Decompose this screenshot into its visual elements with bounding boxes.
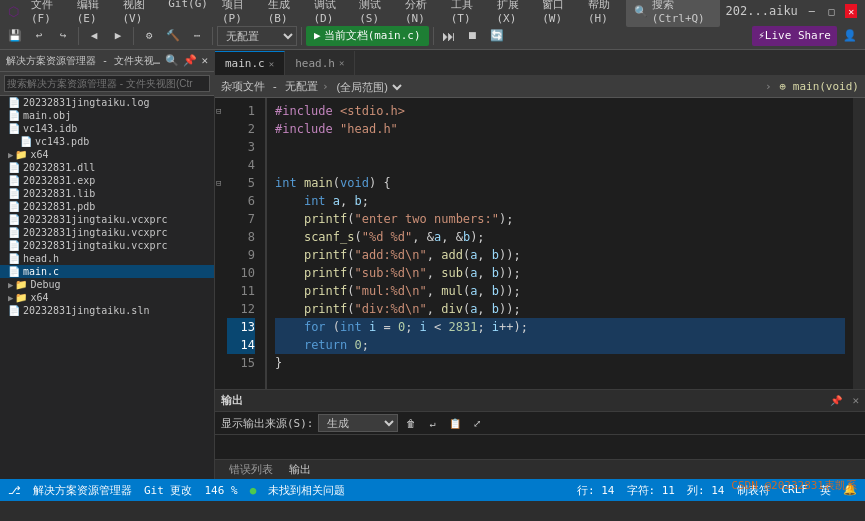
close-button[interactable]: ✕ xyxy=(845,4,857,18)
output-wrap-icon[interactable]: ↵ xyxy=(424,414,442,432)
menu-help[interactable]: 帮助(H) xyxy=(582,0,626,27)
output-source-label: 显示输出来源(S): xyxy=(221,416,314,431)
output-pin-icon[interactable]: 📌 xyxy=(830,395,842,406)
toolbar-back-icon[interactable]: ◀ xyxy=(83,25,105,47)
function-dropdown[interactable]: ⊕ main(void) xyxy=(780,80,859,93)
code-line-11: printf("mul:%d\n", mul(a, b)); xyxy=(275,282,845,300)
tree-item-main-obj[interactable]: 📄 main.obj xyxy=(0,109,214,122)
menu-test[interactable]: 测试(S) xyxy=(353,0,397,27)
menu-bar[interactable]: 文件(F) 编辑(E) 视图(V) Git(G) 项目(P) 生成(B) 调试(… xyxy=(25,0,626,27)
tree-item-vc143-idb[interactable]: 📄 vc143.idb xyxy=(0,122,214,135)
main-layout: 解决方案资源管理器 - 文件夹视图 🔍 📌 ✕ 📄 20232831jingta… xyxy=(0,50,865,479)
minimize-button[interactable]: ─ xyxy=(806,4,818,18)
separator-2 xyxy=(133,27,134,45)
git-changes-label[interactable]: Git 更改 xyxy=(144,483,193,498)
menu-debug[interactable]: 调试(D) xyxy=(308,0,352,27)
run-button[interactable]: ▶ 当前文档(main.c) xyxy=(306,26,429,46)
tree-item-head-h[interactable]: 📄 head.h xyxy=(0,252,214,265)
tree-item-pdb[interactable]: 📄 20232831.pdb xyxy=(0,200,214,213)
cursor-line[interactable]: 行: 14 xyxy=(577,483,615,498)
tree-item-vcxproj2[interactable]: 📄 20232831jingtaiku.vcxprc xyxy=(0,226,214,239)
menu-build[interactable]: 生成(B) xyxy=(262,0,306,27)
cursor-col[interactable]: 字符: 11 xyxy=(627,483,676,498)
search-box[interactable]: 🔍 搜索(Ctrl+Q) xyxy=(626,0,720,27)
toolbar-restart-icon[interactable]: 🔄 xyxy=(486,25,508,47)
menu-view[interactable]: 视图(V) xyxy=(117,0,161,27)
toolbar-step-icon[interactable]: ⏭ xyxy=(438,25,460,47)
toolbar-profile-icon[interactable]: 👤 xyxy=(839,25,861,47)
fold-marker-5[interactable]: ⊟ xyxy=(216,174,221,192)
toolbar-redo-icon[interactable]: ↪ xyxy=(52,25,74,47)
output-toolbar: 显示输出来源(S): 生成 🗑 ↵ 📋 ⤢ xyxy=(215,412,865,435)
file-icon: 📄 xyxy=(8,97,20,108)
code-line-2: #include "head.h" xyxy=(275,120,845,138)
tree-item-x64-1[interactable]: ▶ 📁 x64 xyxy=(0,148,214,161)
solution-label[interactable]: 解决方案资源管理器 xyxy=(33,483,132,498)
menu-git[interactable]: Git(G) xyxy=(162,0,214,27)
tree-item-debug[interactable]: ▶ 📁 Debug xyxy=(0,278,214,291)
fold-marker-1[interactable]: ⊟ xyxy=(216,102,221,120)
output-source-dropdown[interactable]: 生成 xyxy=(318,414,398,432)
breadcrumb-file: 杂项文件 - 无配置 xyxy=(221,79,318,94)
toolbar-stop-icon[interactable]: ⏹ xyxy=(462,25,484,47)
tree-item-vcxproj3[interactable]: 📄 20232831jingtaiku.vcxprc xyxy=(0,239,214,252)
run-label: 当前文档(main.c) xyxy=(324,28,421,43)
tree-item-dll[interactable]: 📄 20232831.dll xyxy=(0,161,214,174)
menu-project[interactable]: 项目(P) xyxy=(216,0,260,27)
tab-close-head-h[interactable]: ✕ xyxy=(339,58,344,68)
code-editor[interactable]: #include <stdio.h> #include "head.h" int… xyxy=(267,98,853,389)
sidebar-search-icon[interactable]: 🔍 xyxy=(165,54,179,67)
code-line-4 xyxy=(275,156,845,174)
sidebar-close-icon[interactable]: ✕ xyxy=(201,54,208,67)
file-icon: 📄 xyxy=(8,240,20,251)
sidebar-pin-icon[interactable]: 📌 xyxy=(183,54,197,67)
toolbar-build-icon[interactable]: 🔨 xyxy=(162,25,184,47)
bottom-tab-output[interactable]: 输出 xyxy=(281,460,319,479)
tree-item-log[interactable]: 📄 20232831jingtaiku.log xyxy=(0,96,214,109)
menu-file[interactable]: 文件(F) xyxy=(25,0,69,27)
toolbar-more-icon[interactable]: ⋯ xyxy=(186,25,208,47)
fold-spacer-2 xyxy=(216,120,221,138)
tab-head-h[interactable]: head.h ✕ xyxy=(285,51,355,75)
toolbar-settings-icon[interactable]: ⚙ xyxy=(138,25,160,47)
file-icon: 📄 xyxy=(8,305,20,316)
menu-extensions[interactable]: 扩展(X) xyxy=(491,0,535,27)
output-copy-icon[interactable]: 📋 xyxy=(446,414,464,432)
tree-item-vcxproj1[interactable]: 📄 20232831jingtaiku.vcxprc xyxy=(0,213,214,226)
git-branch-icon: ⎇ xyxy=(8,484,21,497)
breadcrumb-sep: › xyxy=(322,80,329,93)
editor-main[interactable]: ⊟ ⊟ 1234 5678 9101112 13 14 15 xyxy=(215,98,865,389)
output-expand-icon[interactable]: ⤢ xyxy=(468,414,486,432)
sidebar-search-input[interactable] xyxy=(4,75,210,92)
toolbar-save-icon[interactable]: 💾 xyxy=(4,25,26,47)
zoom-level[interactable]: 146 % xyxy=(205,484,238,497)
output-clear-icon[interactable]: 🗑 xyxy=(402,414,420,432)
toolbar-forward-icon[interactable]: ▶ xyxy=(107,25,129,47)
scope-dropdown[interactable]: (全局范围) xyxy=(333,80,405,94)
folder-arrow-icon: ▶ xyxy=(8,150,13,160)
tree-item-exp[interactable]: 📄 20232831.exp xyxy=(0,174,214,187)
config-dropdown[interactable]: 无配置 xyxy=(217,26,297,46)
fold-spacer-3 xyxy=(216,138,221,156)
menu-window[interactable]: 窗口(W) xyxy=(536,0,580,27)
menu-tools[interactable]: 工具(T) xyxy=(445,0,489,27)
bottom-tab-bar: 错误列表 输出 xyxy=(215,459,865,479)
menu-edit[interactable]: 编辑(E) xyxy=(71,0,115,27)
toolbar-undo-icon[interactable]: ↩ xyxy=(28,25,50,47)
bottom-tab-errors[interactable]: 错误列表 xyxy=(221,460,281,479)
liveshare-button[interactable]: ⚡ Live Share xyxy=(752,26,837,46)
menu-analyze[interactable]: 分析(N) xyxy=(399,0,443,27)
vertical-scrollbar[interactable] xyxy=(853,98,865,389)
maximize-button[interactable]: □ xyxy=(826,4,838,18)
separator-3 xyxy=(212,27,213,45)
file-icon: 📄 xyxy=(8,110,20,121)
tree-item-vc143-pdb[interactable]: 📄 vc143.pdb xyxy=(0,135,214,148)
file-icon: 📄 xyxy=(8,253,20,264)
tree-item-lib[interactable]: 📄 20232831.lib xyxy=(0,187,214,200)
tree-item-x64-2[interactable]: ▶ 📁 x64 xyxy=(0,291,214,304)
tree-item-sln[interactable]: 📄 20232831jingtaiku.sln xyxy=(0,304,214,317)
output-close-icon[interactable]: ✕ xyxy=(852,394,859,407)
tab-close-main-c[interactable]: ✕ xyxy=(269,59,274,69)
tab-main-c[interactable]: main.c ✕ xyxy=(215,51,285,75)
tree-item-main-c[interactable]: 📄 main.c xyxy=(0,265,214,278)
